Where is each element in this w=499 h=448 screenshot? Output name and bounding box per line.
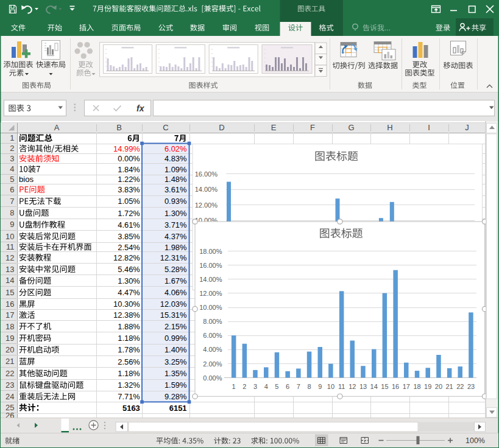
- svg-text:C: C: [163, 123, 168, 132]
- svg-text:fx: fx: [136, 103, 145, 113]
- svg-text:1: 1: [10, 133, 14, 142]
- svg-text:14: 14: [5, 276, 14, 285]
- svg-text:1.22%: 1.22%: [118, 175, 140, 184]
- svg-text:F: F: [310, 123, 315, 132]
- svg-text:E: E: [271, 123, 277, 132]
- svg-text:1.40%: 1.40%: [165, 345, 187, 354]
- svg-text:4: 4: [10, 164, 14, 173]
- svg-text:16: 16: [5, 299, 14, 309]
- svg-text:12.00%: 12.00%: [195, 201, 218, 209]
- svg-text:18: 18: [413, 383, 420, 390]
- svg-text:A: A: [54, 123, 60, 132]
- svg-text:8: 8: [307, 383, 311, 390]
- svg-text:14: 14: [370, 383, 378, 390]
- svg-text:bios: bios: [19, 175, 34, 184]
- svg-text:1.30%: 1.30%: [118, 276, 140, 285]
- svg-text:21: 21: [5, 357, 14, 366]
- svg-text:4.83%: 4.83%: [165, 154, 187, 163]
- svg-text:16.00%: 16.00%: [195, 170, 218, 178]
- svg-text:19: 19: [5, 334, 14, 343]
- svg-text:20: 20: [435, 383, 442, 390]
- svg-text:2: 2: [10, 144, 14, 153]
- svg-text:22: 22: [5, 369, 14, 378]
- svg-text:11: 11: [338, 383, 345, 390]
- svg-text:1.09%: 1.09%: [165, 165, 187, 174]
- svg-text:14.00%: 14.00%: [195, 186, 218, 193]
- svg-text:12.82%: 12.82%: [113, 253, 140, 262]
- svg-text:1.30%: 1.30%: [165, 209, 187, 218]
- svg-text:1.35%: 1.35%: [165, 369, 187, 378]
- svg-text:2.54%: 2.54%: [118, 243, 140, 252]
- svg-text:4.61%: 4.61%: [118, 220, 140, 229]
- svg-text:17: 17: [5, 310, 14, 320]
- svg-text:2: 2: [242, 383, 246, 390]
- svg-text:14.99%: 14.99%: [113, 144, 140, 153]
- svg-text:6: 6: [10, 185, 14, 194]
- svg-text:12: 12: [5, 253, 14, 262]
- svg-text:6.00%: 6.00%: [203, 332, 222, 339]
- svg-text:1.05%: 1.05%: [118, 197, 140, 206]
- svg-text:23: 23: [467, 383, 475, 390]
- svg-text:0.00%: 0.00%: [203, 374, 222, 382]
- svg-text:22: 22: [456, 383, 464, 390]
- svg-text:I: I: [428, 123, 430, 132]
- svg-text:23: 23: [5, 380, 14, 390]
- svg-text:4.00%: 4.00%: [203, 346, 222, 353]
- svg-text:1.32%: 1.32%: [118, 380, 140, 390]
- svg-text:2.00%: 2.00%: [203, 360, 222, 368]
- svg-text:18: 18: [5, 322, 14, 331]
- svg-text:J: J: [465, 123, 469, 132]
- svg-text:6: 6: [286, 383, 289, 390]
- svg-text:B: B: [116, 123, 122, 132]
- svg-text:3: 3: [253, 383, 257, 390]
- svg-text:2.15%: 2.15%: [165, 322, 187, 331]
- svg-text:4.06%: 4.06%: [165, 288, 187, 297]
- svg-text:9: 9: [318, 383, 322, 390]
- svg-text:4.47%: 4.47%: [118, 288, 140, 297]
- svg-text:1.98%: 1.98%: [165, 243, 187, 252]
- svg-text:1.67%: 1.67%: [165, 276, 187, 285]
- svg-text:3.25%: 3.25%: [165, 357, 187, 366]
- svg-text:10: 10: [5, 232, 14, 241]
- svg-text:3.83%: 3.83%: [118, 185, 140, 194]
- svg-text:4: 4: [264, 383, 268, 390]
- svg-text:12.03%: 12.03%: [160, 299, 187, 309]
- svg-text:14.00%: 14.00%: [199, 276, 222, 283]
- svg-text:1.72%: 1.72%: [118, 209, 140, 218]
- svg-text:3.61%: 3.61%: [165, 185, 187, 194]
- svg-text:5.28%: 5.28%: [165, 265, 187, 274]
- svg-text:1.88%: 1.88%: [118, 322, 140, 331]
- svg-text:16: 16: [392, 383, 399, 390]
- svg-text:D: D: [219, 123, 224, 132]
- svg-text:10: 10: [327, 383, 334, 390]
- svg-text:1.18%: 1.18%: [118, 369, 140, 378]
- svg-text:8: 8: [10, 208, 14, 217]
- svg-text:10.30%: 10.30%: [113, 299, 140, 309]
- svg-text:1: 1: [232, 383, 236, 390]
- svg-text:19: 19: [424, 383, 431, 390]
- svg-text:1.48%: 1.48%: [165, 175, 187, 184]
- svg-text:8.00%: 8.00%: [203, 318, 222, 325]
- svg-text:1.59%: 1.59%: [165, 380, 187, 390]
- svg-text:1.78%: 1.78%: [118, 345, 140, 354]
- svg-text:12.38%: 12.38%: [113, 310, 140, 320]
- svg-text:4.37%: 4.37%: [165, 232, 187, 241]
- svg-text:13: 13: [359, 383, 367, 390]
- svg-text:12: 12: [349, 383, 356, 390]
- svg-text:21: 21: [445, 383, 453, 390]
- svg-text:7: 7: [10, 197, 14, 206]
- svg-text:15.31%: 15.31%: [160, 310, 187, 320]
- svg-text:11: 11: [6, 242, 15, 251]
- svg-text:1.18%: 1.18%: [118, 334, 140, 343]
- svg-text:9: 9: [10, 220, 14, 229]
- svg-text:5163: 5163: [122, 404, 140, 413]
- svg-text:3: 3: [10, 154, 14, 163]
- svg-text:12.00%: 12.00%: [199, 290, 222, 297]
- svg-text:15: 15: [381, 383, 388, 390]
- svg-text:0.00%: 0.00%: [118, 154, 140, 163]
- svg-text:H: H: [387, 123, 392, 132]
- svg-text:17: 17: [403, 383, 410, 390]
- svg-text:10.00%: 10.00%: [199, 304, 222, 311]
- svg-text:0.93%: 0.93%: [165, 197, 187, 206]
- svg-text:2.56%: 2.56%: [118, 357, 140, 366]
